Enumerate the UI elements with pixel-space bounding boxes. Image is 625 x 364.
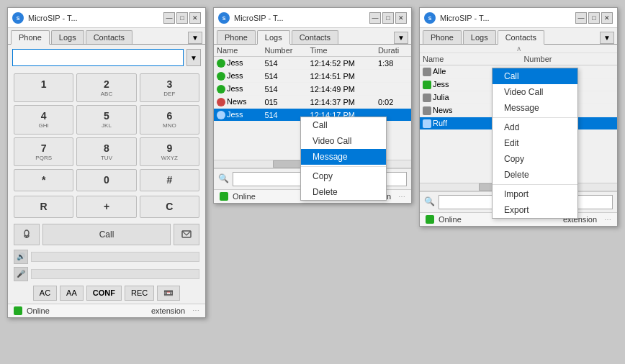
- minimize-button-logs[interactable]: —: [369, 12, 381, 24]
- tab-phone-contacts[interactable]: Contacts: [86, 30, 132, 44]
- tab-dropdown-phone[interactable]: ▼: [188, 32, 202, 44]
- dial-plus[interactable]: +: [76, 196, 136, 218]
- menu-message-logs[interactable]: Message: [301, 149, 386, 165]
- contact-icon-4: [423, 119, 431, 128]
- mic-slider[interactable]: [31, 269, 199, 279]
- tab-contacts-phone[interactable]: Phone: [423, 30, 462, 44]
- menu-edit-contacts[interactable]: Edit: [493, 135, 577, 151]
- call-button[interactable]: Call: [42, 224, 171, 245]
- dial-c[interactable]: C: [140, 196, 199, 218]
- title-bar-phone: S MicroSIP - T... — □ ✕: [8, 8, 205, 28]
- dial-2[interactable]: 2ABC: [76, 73, 136, 102]
- tab-contacts-contacts[interactable]: Contacts: [498, 30, 544, 45]
- rec-button[interactable]: REC: [125, 286, 154, 301]
- log-row-1[interactable]: Jess 514 12:14:51 PM: [214, 70, 411, 83]
- message-button[interactable]: [174, 224, 199, 245]
- mic-icon[interactable]: 🎤: [14, 267, 28, 281]
- log-row-2[interactable]: Jess 514 12:14:49 PM: [214, 83, 411, 96]
- window-controls-phone: — □ ✕: [163, 12, 201, 24]
- outgoing-icon-3: [217, 98, 225, 106]
- dial-9[interactable]: 9WXYZ: [140, 137, 199, 166]
- log-row-3[interactable]: News 015 12:14:37 PM 0:02: [214, 96, 411, 109]
- log-duration-2: [375, 83, 411, 96]
- menu-delete-contacts[interactable]: Delete: [493, 167, 577, 183]
- tab-bar-logs: Phone Logs Contacts ▼: [214, 28, 411, 45]
- search-icon-logs: 🔍: [218, 173, 230, 185]
- logs-table: Name Number Time Durati Jess 514 12:14:5…: [214, 45, 411, 122]
- phone-input-dropdown[interactable]: ▼: [186, 49, 201, 66]
- minimize-button-contacts[interactable]: —: [575, 12, 587, 24]
- app-icon-phone: S: [12, 12, 24, 24]
- title-text-logs: MicroSIP - T...: [234, 14, 365, 22]
- menu-video-call-logs[interactable]: Video Call: [301, 133, 386, 149]
- volume-slider[interactable]: [31, 252, 199, 262]
- dial-1[interactable]: 1: [14, 73, 73, 102]
- log-row-0[interactable]: Jess 514 12:14:52 PM 1:38: [214, 57, 411, 70]
- tab-dropdown-logs[interactable]: ▼: [394, 32, 408, 44]
- dial-5[interactable]: 5JKL: [76, 105, 136, 134]
- volume-row-2: 🎤: [8, 265, 205, 283]
- menu-add-contacts[interactable]: Add: [493, 119, 577, 135]
- contacts-window: S MicroSIP - T... — □ ✕ Phone Logs Conta…: [419, 7, 618, 227]
- maximize-button-logs[interactable]: □: [382, 12, 394, 24]
- log-time-3: 12:14:37 PM: [307, 96, 375, 109]
- special-btns: R + C: [8, 194, 205, 221]
- menu-export-contacts[interactable]: Export: [493, 202, 577, 218]
- dial-r[interactable]: R: [14, 196, 73, 218]
- bottom-buttons: AC AA CONF REC 📼: [8, 283, 205, 304]
- tab-logs-contacts[interactable]: Contacts: [292, 30, 338, 44]
- dial-0[interactable]: 0: [76, 169, 136, 191]
- close-button-phone[interactable]: ✕: [189, 12, 201, 24]
- tab-logs-phone[interactable]: Phone: [217, 30, 256, 44]
- menu-call-logs[interactable]: Call: [301, 117, 386, 133]
- incoming-icon-0: [217, 59, 225, 68]
- title-bar-logs: S MicroSIP - T... — □ ✕: [214, 8, 411, 28]
- menu-copy-contacts[interactable]: Copy: [493, 151, 577, 167]
- app-icon-logs: S: [218, 12, 230, 24]
- maximize-button-phone[interactable]: □: [176, 12, 188, 24]
- conf-button[interactable]: CONF: [86, 286, 122, 301]
- menu-copy-logs[interactable]: Copy: [301, 168, 386, 184]
- phone-content: ▼ 1 2ABC 3DEF 4GHI 5JKL 6MNO 7PQRS 8TUV …: [8, 45, 205, 304]
- tab-phone-phone[interactable]: Phone: [11, 30, 50, 45]
- menu-sep2-contacts: [493, 184, 577, 185]
- dial-hash[interactable]: #: [140, 169, 199, 191]
- phone-input[interactable]: [12, 49, 184, 66]
- ac-button[interactable]: AC: [33, 286, 57, 301]
- dial-4[interactable]: 4GHI: [14, 105, 73, 134]
- tab-phone-logs[interactable]: Logs: [51, 30, 84, 44]
- maximize-button-contacts[interactable]: □: [588, 12, 600, 24]
- log-name-1: Jess: [214, 70, 261, 83]
- aa-button[interactable]: AA: [60, 286, 84, 301]
- tab-logs-logs[interactable]: Logs: [257, 30, 290, 45]
- speaker-icon[interactable]: 🔊: [14, 250, 28, 264]
- minimize-button-phone[interactable]: —: [163, 12, 175, 24]
- search-icon-contacts: 🔍: [424, 196, 436, 208]
- window-controls-logs: — □ ✕: [369, 12, 407, 24]
- status-indicator-contacts: [426, 215, 434, 224]
- contact-icon-0: [423, 68, 431, 76]
- title-text-phone: MicroSIP - T...: [28, 14, 159, 22]
- dial-8[interactable]: 8TUV: [76, 137, 136, 166]
- tab-contacts-logs[interactable]: Logs: [463, 30, 496, 44]
- mic-button[interactable]: [14, 224, 40, 245]
- voicemail-button[interactable]: 📼: [157, 286, 180, 301]
- menu-delete-logs[interactable]: Delete: [301, 184, 386, 200]
- close-button-logs[interactable]: ✕: [395, 12, 407, 24]
- menu-message-contacts[interactable]: Message: [493, 100, 577, 116]
- tab-dropdown-contacts[interactable]: ▼: [600, 32, 614, 44]
- dial-star[interactable]: *: [14, 169, 73, 191]
- dial-6[interactable]: 6MNO: [140, 105, 199, 134]
- menu-call-contacts[interactable]: Call: [493, 68, 577, 84]
- menu-import-contacts[interactable]: Import: [493, 186, 577, 202]
- log-name-0: Jess: [214, 57, 261, 70]
- more-icon-logs: ⋯: [398, 193, 405, 201]
- close-button-contacts[interactable]: ✕: [601, 12, 613, 24]
- dial-3[interactable]: 3DEF: [140, 73, 199, 102]
- extension-text-phone: extension: [151, 306, 185, 315]
- menu-video-call-contacts[interactable]: Video Call: [493, 84, 577, 100]
- phone-window: S MicroSIP - T... — □ ✕ Phone Logs Conta…: [7, 7, 206, 318]
- call-row: Call: [8, 221, 205, 248]
- dial-7[interactable]: 7PQRS: [14, 137, 73, 166]
- tab-bar-contacts: Phone Logs Contacts ▼: [420, 28, 617, 45]
